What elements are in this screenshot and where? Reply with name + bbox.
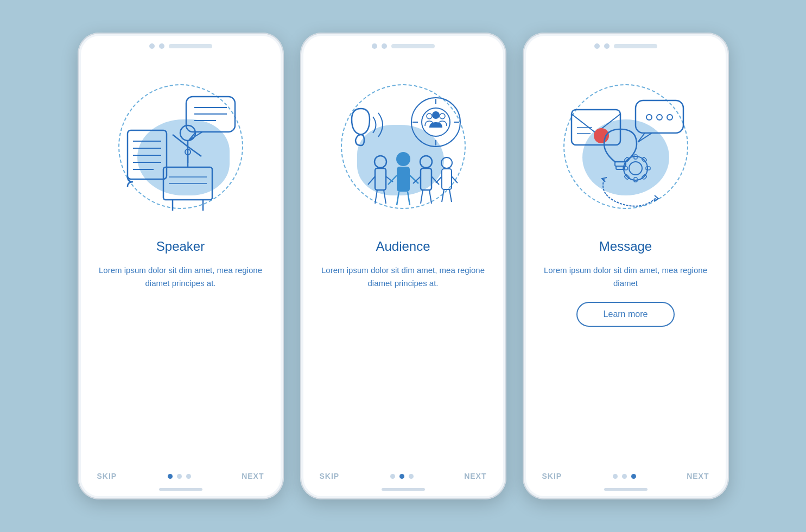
dots-row-1 [168, 474, 191, 479]
svg-point-36 [396, 152, 410, 166]
audience-body: Lorem ipsum dolor sit dim amet, mea regi… [320, 264, 487, 290]
next-button-3[interactable]: NEXT [687, 472, 709, 480]
dot-1-2 [177, 474, 182, 479]
svg-point-48 [441, 157, 452, 168]
bottom-handle-1 [159, 488, 202, 491]
svg-rect-49 [442, 169, 452, 189]
svg-line-38 [388, 175, 397, 185]
dot-3-1 [613, 474, 618, 479]
dot-1-1 [168, 474, 173, 479]
svg-rect-58 [636, 100, 683, 133]
svg-point-28 [427, 113, 432, 119]
status-circle-5 [594, 43, 600, 49]
next-button-1[interactable]: NEXT [242, 472, 264, 480]
speaker-title: Speaker [156, 239, 205, 254]
phone-inner-audience: Audience Lorem ipsum dolor sit dim amet,… [303, 36, 503, 496]
phone-inner-message: Message Lorem ipsum dolor sit dim amet, … [526, 36, 726, 496]
dot-1-3 [186, 474, 191, 479]
next-button-2[interactable]: NEXT [464, 472, 486, 480]
dot-2-2 [399, 474, 404, 479]
bottom-nav-2: SKIP NEXT [303, 472, 503, 488]
status-circle-1 [149, 43, 155, 49]
svg-point-59 [646, 115, 652, 120]
phone-content-speaker: Speaker Lorem ipsum dolor sit dim amet, … [81, 54, 281, 472]
svg-point-17 [180, 125, 195, 141]
speaker-svg [116, 71, 246, 223]
dots-row-2 [390, 474, 414, 479]
svg-point-29 [440, 113, 445, 119]
illustration-audience [327, 60, 479, 233]
status-circle-6 [604, 43, 610, 49]
status-circle-2 [159, 43, 164, 49]
svg-line-32 [368, 176, 375, 185]
speaker-body: Lorem ipsum dolor sit dim amet, mea regi… [97, 264, 264, 290]
svg-line-40 [397, 192, 399, 205]
phone-frame-message: Message Lorem ipsum dolor sit dim amet, … [523, 33, 729, 499]
phone-inner-speaker: Speaker Lorem ipsum dolor sit dim amet, … [81, 36, 281, 496]
svg-point-61 [667, 115, 672, 120]
svg-rect-31 [375, 168, 386, 190]
skip-button-3[interactable]: SKIP [542, 472, 562, 480]
skip-button-2[interactable]: SKIP [320, 472, 340, 480]
message-title: Message [599, 239, 652, 254]
svg-line-51 [452, 176, 458, 183]
bottom-nav-3: SKIP NEXT [526, 472, 726, 488]
svg-line-50 [436, 176, 442, 183]
svg-line-20 [188, 147, 201, 156]
svg-point-30 [375, 156, 386, 168]
learn-more-button[interactable]: Learn more [576, 302, 675, 327]
svg-line-46 [421, 190, 423, 204]
message-body: Lorem ipsum dolor sit dim amet, mea regi… [542, 264, 709, 290]
screens-container: Speaker Lorem ipsum dolor sit dim amet, … [78, 33, 729, 499]
phone-content-message: Message Lorem ipsum dolor sit dim amet, … [526, 54, 726, 472]
status-bar-2 [303, 36, 503, 54]
status-bar-line-1 [169, 44, 212, 48]
dots-row-3 [613, 474, 636, 479]
bottom-handle-3 [604, 488, 648, 491]
svg-line-47 [429, 190, 431, 204]
status-bar-3 [526, 36, 726, 54]
svg-point-65 [629, 162, 642, 175]
status-circle-3 [372, 43, 377, 49]
svg-rect-37 [397, 167, 410, 192]
dot-2-3 [409, 474, 414, 479]
svg-line-34 [375, 190, 377, 204]
phone-frame-audience: Audience Lorem ipsum dolor sit dim amet,… [300, 33, 506, 499]
status-bar-1 [81, 36, 281, 54]
svg-point-60 [657, 115, 662, 120]
svg-point-27 [432, 111, 440, 119]
status-bar-line-2 [391, 44, 435, 48]
skip-button-1[interactable]: SKIP [97, 472, 117, 480]
phone-frame-speaker: Speaker Lorem ipsum dolor sit dim amet, … [78, 33, 284, 499]
dot-2-1 [390, 474, 395, 479]
status-circle-4 [382, 43, 387, 49]
dot-3-2 [622, 474, 627, 479]
illustration-speaker [105, 60, 257, 233]
bottom-nav-1: SKIP NEXT [81, 472, 281, 488]
svg-rect-43 [421, 168, 431, 190]
svg-line-41 [408, 192, 410, 205]
illustration-message [550, 60, 702, 233]
bottom-handle-2 [382, 488, 425, 491]
svg-line-35 [384, 190, 386, 204]
phone-content-audience: Audience Lorem ipsum dolor sit dim amet,… [303, 54, 503, 472]
message-svg [555, 71, 696, 223]
svg-line-53 [449, 189, 452, 202]
audience-title: Audience [376, 239, 430, 254]
svg-point-42 [420, 156, 432, 168]
status-bar-line-3 [614, 44, 657, 48]
audience-svg [333, 71, 474, 223]
svg-line-52 [442, 189, 444, 202]
dot-3-3 [631, 474, 636, 479]
